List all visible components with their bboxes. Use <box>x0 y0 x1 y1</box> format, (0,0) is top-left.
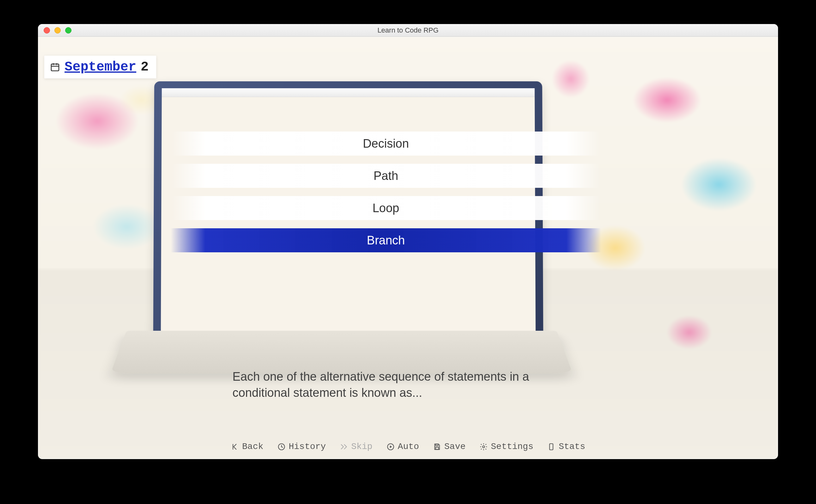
history-button[interactable]: History <box>277 442 326 452</box>
dialogue-box[interactable]: Each one of the alternative sequence of … <box>169 356 647 427</box>
stats-label: Stats <box>559 442 585 452</box>
choice-option-branch[interactable]: Branch <box>171 228 601 252</box>
fast-forward-icon <box>340 443 348 451</box>
titlebar[interactable]: Learn to Code RPG <box>38 24 778 37</box>
auto-label: Auto <box>398 442 419 452</box>
traffic-lights <box>44 27 71 34</box>
device-icon <box>547 443 555 451</box>
laptop-menubar <box>162 88 535 97</box>
calendar-icon <box>50 62 60 72</box>
save-button[interactable]: Save <box>433 442 466 452</box>
choice-label: Path <box>374 169 398 183</box>
svg-rect-11 <box>550 444 553 450</box>
stats-button[interactable]: Stats <box>547 442 585 452</box>
back-label: Back <box>242 442 263 452</box>
back-button[interactable]: Back <box>231 442 263 452</box>
auto-button[interactable]: Auto <box>386 442 419 452</box>
choice-option-decision[interactable]: Decision <box>171 132 601 156</box>
dialogue-text: Each one of the alternative sequence of … <box>232 369 584 401</box>
choice-label: Loop <box>373 201 399 215</box>
date-month: September <box>65 59 136 75</box>
game-viewport: September 2 Decision Path Loop Branch Ea… <box>38 37 778 459</box>
choice-option-loop[interactable]: Loop <box>171 196 601 220</box>
gear-icon <box>479 443 488 451</box>
bottom-toolbar: Back History Skip Auto Save Settings <box>38 442 778 452</box>
settings-button[interactable]: Settings <box>479 442 533 452</box>
history-label: History <box>289 442 326 452</box>
maximize-window-button[interactable] <box>65 27 71 34</box>
skip-back-icon <box>231 443 239 451</box>
svg-marker-7 <box>390 445 392 448</box>
window-title: Learn to Code RPG <box>38 26 778 34</box>
skip-button[interactable]: Skip <box>340 442 372 452</box>
skip-label: Skip <box>351 442 372 452</box>
play-circle-icon <box>386 443 395 451</box>
svg-point-10 <box>483 446 485 448</box>
close-window-button[interactable] <box>44 27 50 34</box>
svg-rect-8 <box>436 444 438 446</box>
history-icon <box>277 443 286 451</box>
choice-label: Decision <box>363 137 409 151</box>
date-day: 2 <box>141 59 149 75</box>
save-label: Save <box>444 442 466 452</box>
app-window: Learn to Code RPG September 2 Dec <box>38 24 778 459</box>
settings-label: Settings <box>491 442 533 452</box>
choice-option-path[interactable]: Path <box>171 164 601 188</box>
choice-label: Branch <box>367 234 405 247</box>
date-badge: September 2 <box>44 56 156 78</box>
svg-rect-9 <box>436 447 438 450</box>
svg-rect-0 <box>51 64 59 71</box>
save-icon <box>433 443 441 451</box>
choice-menu: Decision Path Loop Branch <box>171 132 601 252</box>
minimize-window-button[interactable] <box>54 27 61 34</box>
